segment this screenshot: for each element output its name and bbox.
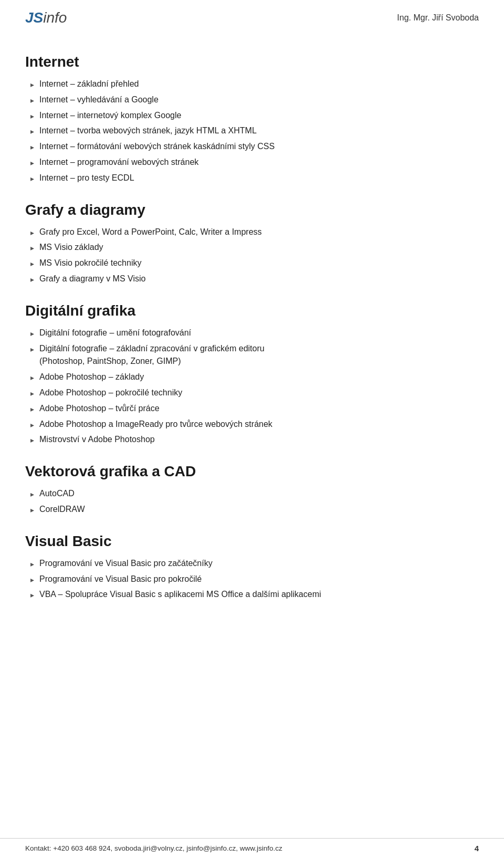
list-item: Internet – vyhledávání a Google [25,93,479,107]
page-wrapper: JSinfo Ing. Mgr. Jiří Svoboda InternetIn… [0,0,504,858]
list-item: Internet – tvorba webových stránek, jazy… [25,124,479,138]
list-item: Digitální fotografie – umění fotografová… [25,327,479,340]
logo-js: JS [25,9,43,26]
list-item-text: Digitální fotografie – základní zpracová… [39,342,265,369]
list-item-text: AutoCAD [39,487,75,500]
list-item-text: Internet – tvorba webových stránek, jazy… [39,124,257,138]
list-item-text: Internet – internetový komplex Google [39,109,181,122]
list-item: Mistrovství v Adobe Photoshop [25,433,479,446]
list-item-text: Adobe Photoshop – tvůrčí práce [39,402,160,415]
header: JSinfo Ing. Mgr. Jiří Svoboda [0,0,504,32]
section-heading-internet: Internet [25,54,479,70]
list-item-text: Adobe Photoshop – základy [39,371,144,384]
list-item: Internet – formátování webových stránek … [25,140,479,153]
bullet-arrow-icon [30,489,34,500]
list-item-text: Adobe Photoshop a ImageReady pro tvůrce … [39,418,272,431]
sections-container: InternetInternet – základní přehledInter… [25,54,479,601]
list-item-text: Digitální fotografie – umění fotografová… [39,327,191,340]
bullet-list-digitalni: Digitální fotografie – umění fotografová… [25,327,479,446]
bullet-arrow-icon [30,404,34,415]
section-heading-digitalni: Digitální grafika [25,302,479,319]
bullet-arrow-icon [30,258,34,270]
bullet-arrow-icon [30,243,34,254]
bullet-arrow-icon [30,79,34,91]
list-item-text: Adobe Photoshop – pokročilé techniky [39,386,182,400]
list-item: Programování ve Visual Basic pro pokroči… [25,573,479,586]
main-content: InternetInternet – základní přehledInter… [0,32,504,617]
section-vektorova: Vektorová grafika a CADAutoCADCorelDRAW [25,463,479,516]
bullet-arrow-icon [30,227,34,239]
list-item: Programování ve Visual Basic pro začáteč… [25,557,479,570]
bullet-arrow-icon [30,126,34,138]
bullet-arrow-icon [30,344,34,355]
list-item-text: CorelDRAW [39,503,85,516]
list-item: Adobe Photoshop – základy [25,371,479,384]
list-item-text: Programování ve Visual Basic pro pokroči… [39,573,202,586]
list-item: MS Visio pokročilé techniky [25,257,479,270]
bullet-list-vektorova: AutoCADCorelDRAW [25,487,479,516]
list-item-text: Internet – základní přehled [39,78,139,91]
section-heading-grafy: Grafy a diagramy [25,202,479,218]
list-item: Internet – pro testy ECDL [25,172,479,185]
section-digitalni: Digitální grafikaDigitální fotografie – … [25,302,479,446]
list-item-text: Internet – programování webových stránek [39,156,198,169]
list-item-text: Internet – formátování webových stránek … [39,140,275,153]
footer-contact: Kontakt: +420 603 468 924, svoboda.jiri@… [25,844,475,852]
footer-page: 4 [475,844,479,853]
bullet-arrow-icon [30,158,34,169]
logo-info: info [43,9,67,26]
list-item-text: Programování ve Visual Basic pro začáteč… [39,557,213,570]
bullet-arrow-icon [30,574,34,586]
section-heading-vektorova: Vektorová grafika a CAD [25,463,479,480]
bullet-arrow-icon [30,274,34,286]
bullet-arrow-icon [30,328,34,340]
bullet-list-grafy: Grafy pro Excel, Word a PowerPoint, Calc… [25,226,479,286]
list-item-text: VBA – Spolupráce Visual Basic s aplikace… [39,588,321,601]
list-item: AutoCAD [25,487,479,500]
list-item: Adobe Photoshop a ImageReady pro tvůrce … [25,418,479,431]
list-item: Internet – internetový komplex Google [25,109,479,122]
section-heading-visual_basic: Visual Basic [25,533,479,550]
list-item-text: Grafy pro Excel, Word a PowerPoint, Calc… [39,226,262,239]
list-item: CorelDRAW [25,503,479,516]
bullet-arrow-icon [30,142,34,153]
list-item: Adobe Photoshop – pokročilé techniky [25,386,479,400]
bullet-arrow-icon [30,95,34,107]
bullet-arrow-icon [30,590,34,601]
bullet-arrow-icon [30,420,34,431]
section-visual_basic: Visual BasicProgramování ve Visual Basic… [25,533,479,601]
list-item-text: Internet – pro testy ECDL [39,172,134,185]
list-item-text: Grafy a diagramy v MS Visio [39,273,145,286]
author-name: Ing. Mgr. Jiří Svoboda [397,13,479,23]
bullet-arrow-icon [30,505,34,516]
section-internet: InternetInternet – základní přehledInter… [25,54,479,185]
list-item: Digitální fotografie – základní zpracová… [25,342,479,369]
logo-area: JSinfo [25,9,67,26]
list-item: Grafy a diagramy v MS Visio [25,273,479,286]
footer: Kontakt: +420 603 468 924, svoboda.jiri@… [0,838,504,858]
list-item: MS Visio základy [25,241,479,254]
bullet-arrow-icon [30,435,34,446]
list-item: VBA – Spolupráce Visual Basic s aplikace… [25,588,479,601]
bullet-arrow-icon [30,388,34,400]
bullet-arrow-icon [30,173,34,185]
list-item-text: Mistrovství v Adobe Photoshop [39,433,155,446]
list-item-text: MS Visio pokročilé techniky [39,257,141,270]
list-item: Grafy pro Excel, Word a PowerPoint, Calc… [25,226,479,239]
list-item-text: Internet – vyhledávání a Google [39,93,159,107]
list-item: Internet – programování webových stránek [25,156,479,169]
bullet-list-visual_basic: Programování ve Visual Basic pro začáteč… [25,557,479,601]
list-item-text: MS Visio základy [39,241,103,254]
bullet-arrow-icon [30,559,34,570]
bullet-arrow-icon [30,372,34,384]
list-item: Adobe Photoshop – tvůrčí práce [25,402,479,415]
list-item: Internet – základní přehled [25,78,479,91]
bullet-arrow-icon [30,111,34,122]
bullet-list-internet: Internet – základní přehledInternet – vy… [25,78,479,185]
section-grafy: Grafy a diagramyGrafy pro Excel, Word a … [25,202,479,286]
